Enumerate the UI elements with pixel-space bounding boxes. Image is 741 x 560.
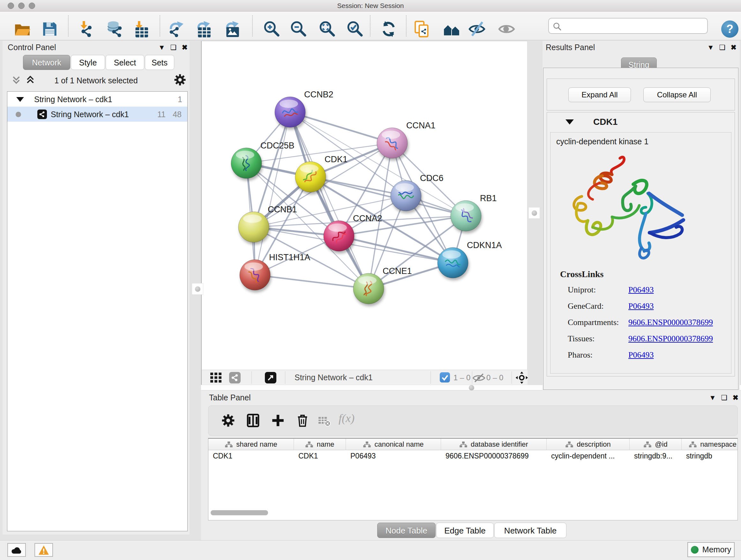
panel-float-icon[interactable]: ❏ [171,44,177,51]
home-icon[interactable] [443,20,460,38]
network-node-CCNA1[interactable]: CCNA1 [377,121,435,159]
show-columns-icon[interactable] [246,414,260,428]
search-input[interactable] [565,20,703,32]
detach-view-icon[interactable] [265,372,276,383]
table-settings-gear-icon[interactable] [221,414,235,428]
selected-checkbox-icon[interactable] [440,372,450,382]
protein-card-header[interactable]: CDK1 [547,112,735,132]
tab-sets[interactable]: Sets [145,55,174,70]
table-cell[interactable]: CDK1 [208,450,294,462]
crosslink-link[interactable]: 9606.ENSP00000378699 [628,334,713,343]
column-header-name[interactable]: name [294,439,346,450]
tab-style[interactable]: Style [71,55,105,70]
delete-column-trash-icon[interactable] [295,414,310,428]
memory-button[interactable]: Memory [687,542,735,557]
search-box[interactable] [548,18,708,34]
export-image-icon[interactable] [224,20,241,38]
column-header-sharedname[interactable]: shared name [208,439,294,450]
disclosure-triangle-icon[interactable] [565,119,574,125]
table-cell[interactable]: 9606.ENSP00000378699 [441,450,547,462]
table-cell[interactable]: stringdb [682,450,738,462]
open-file-icon[interactable] [14,20,31,38]
hide-selected-icon[interactable] [468,20,486,38]
grid-view-icon[interactable] [210,373,223,383]
network-edge[interactable] [290,112,392,143]
network-node-CDC25B[interactable]: CDC25B [231,141,294,179]
import-network-database-icon[interactable] [106,20,123,38]
import-network-file-icon[interactable] [77,20,94,38]
results-panel-title: Results Panel [546,43,595,52]
panel-float-icon[interactable]: ❏ [721,394,728,401]
expand-all-button[interactable]: Expand All [568,87,631,102]
zoom-fit-icon[interactable] [319,20,336,38]
panel-close-icon[interactable]: ✖ [731,44,737,51]
separator [512,371,512,384]
zoom-selected-icon[interactable] [347,20,364,38]
disclosure-triangle-icon[interactable] [16,97,24,102]
network-view-toolbar: String Network – cdk1 1 – 0 0 – 0 [201,370,528,385]
cloud-button[interactable] [7,543,26,557]
crosslink-link[interactable]: P06493 [628,350,654,360]
control-panel-title: Control Panel [8,43,56,52]
column-header-namespace[interactable]: namespace [682,439,738,450]
panel-menu-icon[interactable]: ▼ [158,44,165,51]
network-edge[interactable] [339,236,453,263]
help-button[interactable]: ? [721,20,738,38]
network-canvas[interactable]: CCNB2CCNA1CDC25BCDK1CDC6RB1CCNB1CCNA2CDK… [201,41,528,370]
copy-network-icon[interactable] [414,20,431,38]
hidden-count: 0 – 0 [486,373,503,382]
left-splitter-handle[interactable] [192,283,203,295]
network-view-icon[interactable] [229,372,241,383]
panel-menu-icon[interactable]: ▼ [707,44,714,51]
network-node-RB1[interactable]: RB1 [451,193,497,231]
add-column-plus-icon[interactable] [271,414,285,428]
network-node-CCNB1[interactable]: CCNB1 [239,205,297,242]
tab-select[interactable]: Select [106,55,144,70]
crosslink-link[interactable]: 9606.ENSP00000378699 [628,318,713,327]
network-edge[interactable] [255,275,368,289]
column-header-description[interactable]: description [547,439,630,450]
fit-content-icon[interactable] [515,371,528,384]
import-table-file-icon[interactable] [131,20,148,38]
tab-node-table[interactable]: Node Table [377,523,435,538]
warnings-button[interactable] [35,543,53,557]
zoom-in-icon[interactable] [263,20,280,38]
horizontal-scrollbar[interactable] [211,510,268,515]
export-network-icon[interactable] [168,20,185,38]
right-splitter-handle[interactable] [529,207,540,219]
network-graph[interactable]: CCNB2CCNA1CDC25BCDK1CDC6RB1CCNB1CCNA2CDK… [202,41,527,369]
network-edge[interactable] [290,112,368,289]
network-node-CDK1[interactable]: CDK1 [295,154,347,192]
network-node-CCNE1[interactable]: CCNE1 [353,266,412,304]
refresh-layout-icon[interactable] [380,20,397,38]
table-cell[interactable]: P06493 [346,450,441,462]
column-header-canonicalname[interactable]: canonical name [346,439,441,450]
crosslink-link[interactable]: P06493 [628,301,654,311]
function-builder-icon: f(x) [339,412,354,425]
tab-network-table[interactable]: Network Table [494,523,566,538]
zoom-out-icon[interactable] [290,20,307,38]
panel-float-icon[interactable]: ❏ [719,44,726,51]
column-header-databaseidentifier[interactable]: database identifier [441,439,547,450]
crosslink-link[interactable]: P06493 [628,285,654,294]
tab-edge-table[interactable]: Edge Table [436,523,494,538]
network-node-CDKN1A[interactable]: CDKN1A [437,240,502,278]
table-cell[interactable]: stringdb:9... [630,450,682,462]
column-header-id[interactable]: @id [630,439,682,450]
panel-menu-icon[interactable]: ▼ [709,394,716,401]
collapse-all-button[interactable]: Collapse All [643,87,711,102]
export-table-icon[interactable] [195,20,212,38]
gear-icon[interactable] [174,73,186,86]
table-row[interactable]: CDK1CDK1P064939606.ENSP00000378699cyclin… [208,450,738,462]
table-cell[interactable]: cyclin-dependent ... [547,450,630,462]
column-type-icon [689,441,697,448]
tab-network[interactable]: Network [23,55,70,70]
node-table[interactable]: shared namenamecanonical namedatabase id… [208,438,738,520]
panel-close-icon[interactable]: ✖ [182,44,188,51]
network-node-HIST1H1A[interactable]: HIST1H1A [240,253,310,290]
network-collection-row[interactable]: String Network – cdk1 1 [7,91,187,107]
panel-close-icon[interactable]: ✖ [733,394,738,401]
table-cell[interactable]: CDK1 [294,450,346,462]
save-session-icon[interactable] [41,20,58,38]
network-row-selected[interactable]: String Network – cdk1 11 48 [7,107,187,122]
